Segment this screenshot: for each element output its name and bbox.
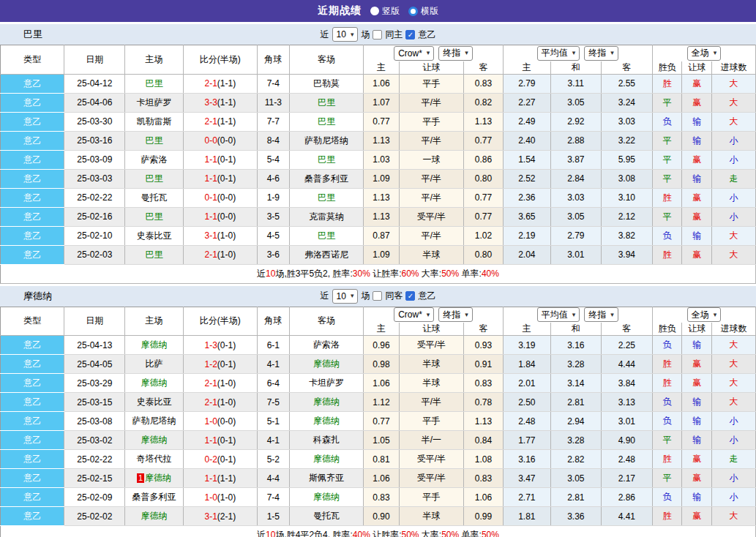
- avg-home-cell: 3.19: [503, 336, 550, 355]
- avg-away-cell: 4.41: [601, 507, 652, 526]
- col-corner: 角球: [258, 45, 290, 75]
- away-team-cell: 桑普多利亚: [289, 169, 363, 188]
- result-cell: 胜: [652, 507, 682, 526]
- match-date-cell: 25-02-15: [64, 469, 125, 488]
- league-type-cell: 意乙: [1, 74, 64, 93]
- match-row: 意乙25-02-09桑普多利亚1-0(1-0)7-4摩德纳0.83平手1.062…: [1, 488, 756, 507]
- filter-controls: 近 10 ▾ 场 同客 ✓ 意乙: [321, 289, 436, 304]
- league-checkbox[interactable]: ✓: [405, 291, 415, 301]
- score-cell: 3-1(1-0): [183, 226, 257, 245]
- home-team-cell: 巴里: [125, 74, 183, 93]
- handicap-result-cell: 赢: [682, 355, 712, 374]
- halftime-score: (1-1): [217, 97, 236, 108]
- result-cell: 平: [652, 131, 682, 150]
- league-type-cell: 意乙: [1, 507, 64, 526]
- chevron-down-icon: ▾: [465, 50, 468, 56]
- league-type-cell: 意乙: [1, 431, 64, 450]
- league-checkbox[interactable]: ✓: [405, 30, 415, 40]
- avg-home-cell: 2.36: [503, 188, 550, 207]
- results-table: 类型 日期 主场 比分(半场) 角球 客场 Crow*▾ 终指▾ 平均值▾ 终指…: [0, 45, 756, 284]
- handicap-result-cell: 输: [682, 488, 712, 507]
- bookmaker-select[interactable]: Crow*▾: [394, 46, 434, 61]
- match-row: 意乙25-03-09萨索洛1-1(0-1)5-4巴里1.03一球0.861.54…: [1, 150, 756, 169]
- away-team-cell: 巴里: [289, 150, 363, 169]
- away-team-name: 巴里: [318, 97, 335, 108]
- match-date-cell: 25-03-09: [64, 150, 125, 169]
- home-team-cell: 巴里: [125, 131, 183, 150]
- handicap-cell: 一球: [399, 150, 463, 169]
- fulltime-select-group: 全场▾: [652, 307, 755, 323]
- halftime-score: (0-1): [217, 154, 236, 165]
- avg-home-cell: 2.48: [503, 412, 550, 431]
- layout-option-horizontal[interactable]: 横版: [408, 5, 438, 18]
- col-score: 比分(半场): [183, 45, 257, 75]
- match-date-cell: 25-03-29: [64, 374, 125, 393]
- fulltime-select[interactable]: 全场▾: [687, 46, 722, 61]
- league-type-cell: 意乙: [1, 93, 64, 112]
- same-venue-checkbox[interactable]: [373, 291, 382, 301]
- goals-result-cell: 大: [712, 336, 756, 355]
- match-row: 意乙25-03-29摩德纳2-1(1-0)6-4卡坦萨罗1.06半球0.832.…: [1, 374, 756, 393]
- avg-home-cell: 3.16: [503, 450, 550, 469]
- league-type-cell: 意乙: [1, 393, 64, 412]
- away-team-cell: 摩德纳: [289, 450, 363, 469]
- avg-draw-cell: 3.28: [550, 431, 601, 450]
- avg-away-cell: 3.82: [601, 226, 652, 245]
- result-cell: 负: [652, 412, 682, 431]
- fulltime-select[interactable]: 全场▾: [687, 307, 722, 322]
- match-count-select[interactable]: 10 ▾: [332, 27, 359, 42]
- away-team-cell: 科森扎: [289, 431, 363, 450]
- home-team-cell: 巴里: [125, 245, 183, 264]
- layout-option-vertical[interactable]: 竖版: [370, 5, 400, 18]
- avg-away-cell: 5.95: [601, 150, 652, 169]
- radio-checked-icon[interactable]: [408, 7, 418, 16]
- average-select[interactable]: 平均值▾: [537, 307, 580, 322]
- score-cell: 1-2(0-1): [183, 355, 257, 374]
- goals-result-cell: 大: [712, 355, 756, 374]
- goals-result-cell: 大: [712, 374, 756, 393]
- radio-unchecked-icon[interactable]: [370, 7, 379, 15]
- avg-draw-cell: 3.11: [550, 74, 601, 93]
- odds-stage-select[interactable]: 终指▾: [438, 46, 473, 61]
- avg-draw-cell: 2.88: [550, 131, 601, 150]
- chevron-down-icon: ▾: [351, 31, 354, 38]
- handicap-cell: 半球: [399, 374, 463, 393]
- league-type-cell: 意乙: [1, 169, 64, 188]
- handicap-cell: 平/半: [399, 188, 463, 207]
- home-team-name: 史泰比亚: [137, 230, 172, 241]
- bookmaker-select[interactable]: Crow*▾: [394, 307, 434, 322]
- fulltime-score: 1-1: [204, 211, 217, 222]
- average-select[interactable]: 平均值▾: [537, 46, 580, 61]
- result-cell: 平: [652, 93, 682, 112]
- odds-stage-select[interactable]: 终指▾: [438, 307, 473, 322]
- result-cell: 平: [652, 150, 682, 169]
- near-label: 近: [321, 290, 329, 302]
- result-cell: 负: [652, 393, 682, 412]
- score-cell: 3-1(2-1): [183, 507, 257, 526]
- col-score: 比分(半场): [183, 307, 257, 336]
- league-label: 意乙: [418, 29, 435, 41]
- halftime-score: (1-1): [217, 116, 236, 127]
- match-count-select[interactable]: 10 ▾: [332, 289, 359, 304]
- home-odds-cell: 0.77: [364, 412, 400, 431]
- sub-col-result: 胜负: [652, 323, 682, 336]
- result-cell: 胜: [652, 374, 682, 393]
- home-team-cell: 萨索洛: [125, 150, 183, 169]
- corner-cell: 1-5: [258, 507, 290, 526]
- handicap-result-cell: 输: [682, 131, 712, 150]
- score-cell: 2-1(1-0): [183, 245, 257, 264]
- goals-result-cell: 小: [712, 188, 756, 207]
- match-date-cell: 25-04-06: [64, 93, 125, 112]
- league-type-cell: 意乙: [1, 450, 64, 469]
- away-odds-cell: 0.80: [464, 245, 504, 264]
- corner-cell: 4-1: [258, 431, 290, 450]
- home-team-cell: 巴里: [125, 207, 183, 226]
- handicap-cell: 受平/半: [399, 336, 463, 355]
- home-team-name: 曼托瓦: [141, 192, 168, 203]
- same-venue-checkbox[interactable]: [373, 30, 382, 40]
- result-cell: 负: [652, 336, 682, 355]
- away-team-cell: 摩德纳: [289, 393, 363, 412]
- average-stage-select[interactable]: 终指▾: [584, 307, 618, 322]
- average-stage-select[interactable]: 终指▾: [584, 46, 618, 61]
- avg-home-cell: 2.19: [503, 226, 550, 245]
